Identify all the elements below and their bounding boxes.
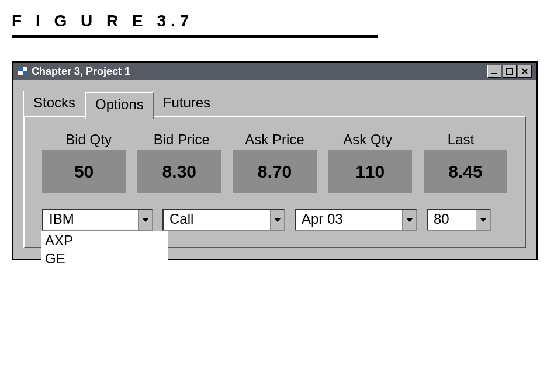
- maximize-button[interactable]: [503, 65, 517, 78]
- figure-rule: [12, 35, 378, 38]
- symbol-combo-button[interactable]: [138, 210, 152, 230]
- svg-marker-6: [407, 218, 413, 222]
- symbol-combo-value: IBM: [43, 210, 138, 230]
- value-ask-price: 8.70: [233, 150, 316, 193]
- minimize-button[interactable]: [487, 65, 501, 78]
- svg-marker-5: [275, 218, 281, 222]
- tab-strip: Stocks Options Futures: [23, 91, 526, 116]
- chevron-down-icon: [407, 218, 413, 222]
- header-last: Last: [414, 131, 507, 148]
- chevron-down-icon: [480, 218, 486, 222]
- tab-panel-options: Bid Qty Bid Price Ask Price Ask Qty Last…: [23, 116, 526, 248]
- quote-headers: Bid Qty Bid Price Ask Price Ask Qty Last: [36, 131, 513, 148]
- chevron-down-icon: [275, 218, 281, 222]
- dropdown-item[interactable]: AXP: [41, 231, 168, 249]
- maximize-icon: [506, 68, 513, 75]
- expiry-combo-button[interactable]: [402, 210, 416, 230]
- tab-options[interactable]: Options: [85, 92, 154, 119]
- minimize-icon: [491, 68, 498, 75]
- header-ask-qty: Ask Qty: [321, 131, 414, 148]
- dropdown-item[interactable]: GM: [41, 268, 168, 272]
- strike-combo-button[interactable]: [476, 210, 490, 230]
- symbol-dropdown-list[interactable]: AXPGEGMIBMINTCMCDMSFTS: [41, 231, 168, 272]
- app-icon: [18, 67, 28, 76]
- chevron-down-icon: [143, 218, 148, 222]
- type-combo[interactable]: Call: [162, 209, 285, 231]
- symbol-combo[interactable]: IBM: [42, 209, 153, 231]
- header-ask-price: Ask Price: [228, 131, 321, 148]
- expiry-combo[interactable]: Apr 03: [295, 209, 417, 231]
- strike-combo[interactable]: 80: [427, 209, 491, 231]
- window-title: Chapter 3, Project 1: [32, 65, 130, 78]
- tab-futures[interactable]: Futures: [153, 91, 220, 116]
- value-bid-qty: 50: [42, 150, 126, 193]
- header-bid-qty: Bid Qty: [42, 131, 135, 148]
- combo-row: IBM Call Apr 03: [36, 209, 513, 231]
- svg-marker-4: [143, 218, 148, 222]
- app-window: Chapter 3, Project 1 Stocks Options Futu…: [12, 61, 538, 260]
- window-body: Stocks Options Futures Bid Qty Bid Price…: [13, 80, 536, 259]
- title-bar[interactable]: Chapter 3, Project 1: [13, 63, 536, 80]
- tab-stocks[interactable]: Stocks: [23, 91, 85, 116]
- close-button[interactable]: [518, 65, 532, 78]
- type-combo-button[interactable]: [270, 210, 284, 230]
- value-last: 8.45: [424, 150, 507, 193]
- strike-combo-value: 80: [428, 210, 476, 230]
- svg-rect-1: [507, 68, 513, 74]
- value-ask-qty: 110: [328, 150, 412, 193]
- value-bid-price: 8.30: [137, 150, 221, 193]
- svg-rect-0: [491, 73, 497, 74]
- expiry-combo-value: Apr 03: [296, 210, 402, 230]
- dropdown-item[interactable]: GE: [41, 249, 168, 268]
- figure-label: F I G U R E 3.7: [12, 12, 535, 30]
- type-combo-value: Call: [164, 210, 270, 230]
- close-icon: [521, 68, 528, 75]
- header-bid-price: Bid Price: [135, 131, 228, 148]
- svg-marker-7: [480, 218, 486, 222]
- window-controls: [487, 65, 532, 78]
- quote-values: 50 8.30 8.70 110 8.45: [36, 150, 513, 193]
